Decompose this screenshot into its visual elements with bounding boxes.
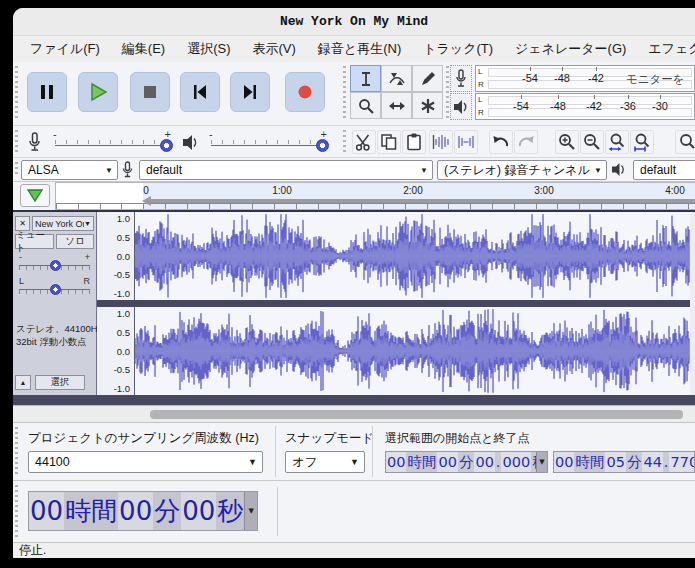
menu-tracks[interactable]: トラック(T) — [412, 37, 504, 61]
audio-position-display[interactable]: 00時間00分00秒 ▼ — [28, 491, 258, 531]
pan-left-label: L — [19, 276, 24, 286]
solo-button[interactable]: ソロ — [56, 234, 94, 249]
tools-toolbar-grip[interactable] — [343, 66, 346, 121]
selection-end-field[interactable]: 00時間05分44.770 — [553, 451, 695, 473]
scale-label: -1.0 — [114, 289, 130, 298]
zoom-out-button[interactable] — [580, 130, 604, 154]
play-button[interactable] — [78, 72, 118, 112]
redo-button[interactable] — [514, 130, 538, 154]
pan-slider[interactable]: L R — [15, 276, 94, 298]
audacity-window: New York On My Mind ファイル(F) 編集(E) 選択(S) … — [13, 8, 695, 558]
scale-label: 0.5 — [117, 233, 130, 242]
pan-thumb[interactable] — [50, 284, 61, 295]
selection-tool-button[interactable] — [350, 65, 381, 92]
quick-play-bar[interactable] — [151, 199, 695, 203]
zoom-to-selection-button[interactable] — [605, 130, 629, 154]
divider — [372, 426, 373, 477]
horizontal-scrollbar[interactable] — [13, 405, 695, 422]
track-select-button[interactable]: 選択 — [35, 375, 85, 390]
monitor-hint-text[interactable]: モニターを — [626, 72, 685, 87]
meter-scale-tick: -30 — [652, 100, 668, 112]
audio-host-select[interactable]: ALSA ▼ — [21, 160, 118, 180]
horizontal-scrollbar-thumb[interactable] — [150, 410, 683, 419]
waveform-left-channel[interactable] — [135, 212, 690, 300]
undo-button[interactable] — [489, 130, 513, 154]
project-rate-select[interactable]: 44100 ▼ — [28, 451, 263, 473]
skip-to-start-button[interactable] — [180, 72, 220, 112]
edit-toolbar-grip[interactable] — [343, 130, 346, 153]
playback-device-select[interactable]: default — [633, 160, 695, 180]
meter-toolbar-grip[interactable] — [446, 66, 449, 121]
selection-end-value: 00時間05分44.770 — [554, 452, 695, 472]
vertical-scrollbar[interactable] — [690, 212, 695, 395]
paste-button[interactable] — [402, 130, 426, 154]
menu-generate[interactable]: ジェネレーター(G) — [504, 37, 637, 61]
mixer-toolbar-grip[interactable] — [15, 130, 18, 153]
timeline-ruler[interactable]: 0 1:00 2:00 3:00 4:00 — [55, 182, 695, 210]
zoom-toggle-button[interactable] — [675, 130, 695, 154]
toolbar-grip[interactable] — [15, 66, 18, 121]
recording-volume-slider[interactable]: - + — [49, 128, 175, 154]
recording-channels-select[interactable]: (ステレオ) 録音チャンネル ▼ — [437, 160, 607, 180]
waveform-right-channel[interactable] — [135, 307, 690, 395]
timeshift-tool-button[interactable] — [381, 92, 412, 119]
menu-select[interactable]: 選択(S) — [176, 37, 241, 61]
zoom-in-button[interactable] — [555, 130, 579, 154]
snap-mode-select[interactable]: オフ ▼ — [285, 451, 365, 473]
envelope-tool-button[interactable] — [381, 65, 412, 92]
snap-mode-label: スナップモード — [285, 430, 374, 447]
chevron-down-icon[interactable]: ▼ — [244, 492, 257, 530]
timeline-area: 0 1:00 2:00 3:00 4:00 — [13, 182, 695, 210]
menu-transport[interactable]: 録音と再生(N) — [307, 37, 412, 61]
track-info-line1: ステレオ、44100Hz — [16, 322, 102, 335]
record-button[interactable] — [285, 72, 325, 112]
playback-volume-slider[interactable]: - + — [205, 128, 331, 154]
zoom-selection-icon — [607, 132, 627, 152]
trim-waveform-icon — [431, 132, 451, 152]
snap-mode-value: オフ — [292, 454, 318, 471]
selection-toolbar-grip[interactable] — [15, 427, 18, 476]
menu-view[interactable]: 表示(V) — [242, 37, 307, 61]
stop-button[interactable] — [130, 72, 170, 112]
draw-tool-button[interactable] — [412, 65, 443, 92]
record-meter-button[interactable] — [450, 65, 472, 92]
recording-device-select[interactable]: default ▼ — [139, 160, 433, 180]
redo-arrow-icon — [516, 132, 536, 152]
skip-to-end-button[interactable] — [230, 72, 270, 112]
menu-edit[interactable]: 編集(E) — [111, 37, 176, 61]
menu-effect[interactable]: エフェクト(C) — [637, 37, 695, 61]
record-icon — [295, 82, 315, 102]
playback-meter[interactable]: L R -54 -48 -42 -36 -30 — [475, 93, 695, 120]
cut-button[interactable] — [352, 130, 376, 154]
meter-scale-tick: -36 — [620, 100, 636, 112]
mute-button[interactable]: ミュート — [15, 234, 54, 249]
gain-thumb[interactable] — [50, 260, 61, 271]
trim-audio-button[interactable] — [429, 130, 453, 154]
device-toolbar-grip[interactable] — [15, 162, 18, 177]
asterisk-icon — [419, 97, 437, 115]
project-rate-value: 44100 — [35, 455, 70, 469]
recording-volume-thumb[interactable] — [160, 139, 173, 152]
close-icon: ✕ — [19, 219, 26, 228]
chevron-down-icon[interactable]: ▼ — [536, 452, 547, 472]
chevron-down-icon: ▼ — [594, 166, 602, 175]
recording-meter[interactable]: L R -54 -48 -42 モニターを — [475, 65, 695, 92]
pinned-play-head-button[interactable] — [20, 184, 50, 207]
playback-volume-thumb[interactable] — [316, 139, 329, 152]
playback-meter-button[interactable] — [450, 93, 472, 120]
selection-start-field[interactable]: 00時間00分00.000秒 ▼ — [385, 451, 548, 473]
track-area: ✕ New York On ▼ ミュート ソロ - + L R — [13, 210, 695, 405]
slider-ticks — [55, 140, 169, 144]
gain-slider[interactable]: - + — [15, 252, 94, 274]
fit-project-button[interactable] — [630, 130, 654, 154]
collapse-track-button[interactable]: ▲ — [15, 375, 31, 390]
collapse-arrow-icon: ▲ — [20, 379, 27, 386]
multi-tool-button[interactable] — [412, 92, 443, 119]
silence-audio-button[interactable] — [454, 130, 478, 154]
zoom-tool-button[interactable] — [350, 92, 381, 119]
menu-file[interactable]: ファイル(F) — [19, 37, 111, 61]
time-toolbar-grip[interactable] — [15, 485, 18, 538]
pause-icon — [37, 82, 57, 102]
copy-button[interactable] — [377, 130, 401, 154]
pause-button[interactable] — [27, 72, 67, 112]
